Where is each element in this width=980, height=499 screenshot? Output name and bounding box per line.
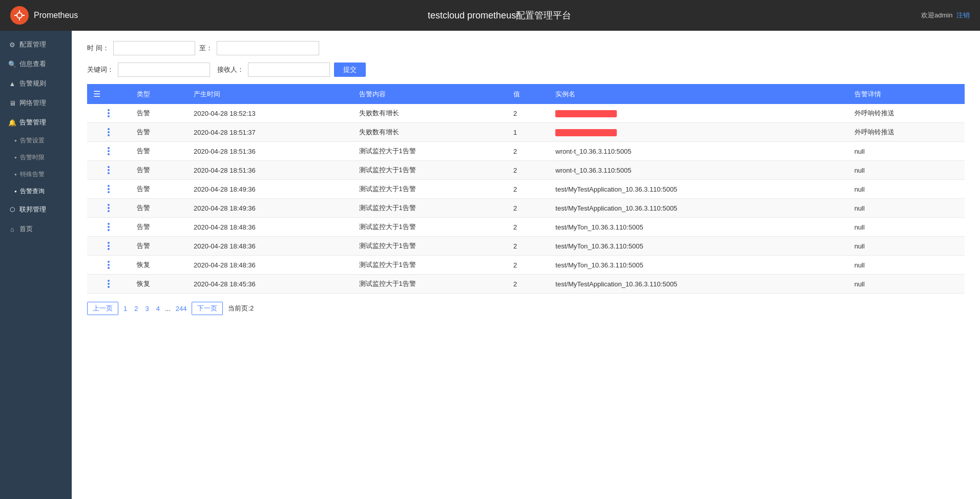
sidebar-item-home[interactable]: ⌂ 首页	[0, 219, 72, 239]
row-type: 告警	[131, 142, 187, 161]
row-value: 2	[507, 161, 549, 180]
dots-menu-button[interactable]	[93, 280, 124, 288]
next-page-button[interactable]: 下一页	[192, 302, 223, 315]
sidebar-item-config[interactable]: ⚙ 配置管理	[0, 35, 72, 54]
row-instance: test/MyTon_10.36.3.110:5005	[549, 218, 848, 237]
sidebar-item-alert-rules[interactable]: ▲ 告警规则	[0, 74, 72, 93]
sidebar-item-alert-settings[interactable]: ● 告警设置	[0, 132, 72, 149]
dots-menu-button[interactable]	[93, 147, 124, 155]
last-page-button[interactable]: 244	[174, 304, 189, 314]
dot-icon3: ●	[14, 172, 17, 177]
row-detail: 外呼响铃推送	[848, 123, 965, 142]
submit-button[interactable]: 提交	[334, 63, 366, 77]
row-detail: null	[848, 199, 965, 218]
prev-page-button[interactable]: 上一页	[87, 302, 118, 315]
table-row: 告警2020-04-28 18:51:37失败数有增长1REDACTED_2外呼…	[87, 123, 965, 142]
page-2-button[interactable]: 2	[132, 304, 140, 314]
user-info: 欢迎admin 注销	[921, 11, 970, 20]
sidebar-label-info: 信息查看	[19, 59, 46, 69]
row-actions[interactable]	[87, 123, 131, 142]
page-1-button[interactable]: 1	[121, 304, 129, 314]
row-instance: REDACTED_1	[549, 104, 848, 123]
table-row: 告警2020-04-28 18:48:36测试监控大于1告警2test/MyTo…	[87, 218, 965, 237]
row-type: 告警	[131, 180, 187, 199]
time-end-input[interactable]	[217, 41, 319, 55]
dots-menu-button[interactable]	[93, 185, 124, 193]
main-layout: ⚙ 配置管理 🔍 信息查看 ▲ 告警规则 🖥 网络管理 🔔 告警管理 ● 告警设…	[0, 31, 980, 499]
sidebar-label-config: 配置管理	[19, 40, 46, 49]
table-row: 恢复2020-04-28 18:45:36测试监控大于1告警2test/MyTe…	[87, 275, 965, 294]
sidebar-item-alert-threshold[interactable]: ● 告警时限	[0, 149, 72, 166]
row-instance: test/MyTestApplication_10.36.3.110:5005	[549, 275, 848, 294]
row-instance: wront-t_10.36.3.110:5005	[549, 142, 848, 161]
row-time: 2020-04-28 18:48:36	[187, 218, 352, 237]
sidebar-item-special-alert[interactable]: ● 特殊告警	[0, 166, 72, 183]
row-actions[interactable]	[87, 218, 131, 237]
row-type: 告警	[131, 199, 187, 218]
sidebar-label-special-alert: 特殊告警	[20, 170, 45, 179]
dots-menu-button[interactable]	[93, 166, 124, 174]
col-actions: ☰	[87, 84, 131, 104]
row-time: 2020-04-28 18:52:13	[187, 104, 352, 123]
time-start-input[interactable]	[113, 41, 195, 55]
menu-icon: ☰	[93, 90, 100, 98]
row-value: 2	[507, 275, 549, 294]
row-actions[interactable]	[87, 180, 131, 199]
dots-menu-button[interactable]	[93, 261, 124, 269]
row-detail: null	[848, 256, 965, 275]
row-instance: wront-t_10.36.3.110:5005	[549, 161, 848, 180]
row-detail: null	[848, 237, 965, 256]
row-type: 恢复	[131, 275, 187, 294]
row-content: 测试监控大于1告警	[353, 180, 507, 199]
logout-link[interactable]: 注销	[956, 11, 970, 19]
col-time: 产生时间	[187, 84, 352, 104]
dots-menu-button[interactable]	[93, 204, 124, 212]
table-row: 告警2020-04-28 18:51:36测试监控大于1告警2wront-t_1…	[87, 142, 965, 161]
row-actions[interactable]	[87, 275, 131, 294]
row-actions[interactable]	[87, 104, 131, 123]
home-icon: ⌂	[8, 225, 16, 233]
keyword-input[interactable]	[118, 63, 210, 77]
row-value: 2	[507, 237, 549, 256]
dots-menu-button[interactable]	[93, 242, 124, 250]
row-detail: null	[848, 218, 965, 237]
row-value: 2	[507, 180, 549, 199]
row-detail: null	[848, 142, 965, 161]
content-area: 时 间： 至： 关键词： 接收人： 提交 ☰ 类型 产生时间 告警内容	[72, 31, 980, 499]
brand-name: Prometheus	[34, 11, 78, 20]
sidebar-item-alert-query[interactable]: ● 告警查询	[0, 183, 72, 200]
col-type: 类型	[131, 84, 187, 104]
row-actions[interactable]	[87, 199, 131, 218]
col-instance: 实例名	[549, 84, 848, 104]
row-actions[interactable]	[87, 161, 131, 180]
sidebar-item-network[interactable]: 🖥 网络管理	[0, 93, 72, 113]
sidebar-section-alert-manage[interactable]: 🔔 告警管理	[0, 113, 72, 132]
row-actions[interactable]	[87, 142, 131, 161]
sidebar-item-info[interactable]: 🔍 信息查看	[0, 54, 72, 74]
page-3-button[interactable]: 3	[143, 304, 151, 314]
dots-menu-button[interactable]	[93, 128, 124, 136]
page-4-button[interactable]: 4	[154, 304, 162, 314]
sidebar-item-federation[interactable]: ⬡ 联邦管理	[0, 200, 72, 219]
table-header: ☰ 类型 产生时间 告警内容 值 实例名 告警详情	[87, 84, 965, 104]
sidebar-label-alert-query: 告警查询	[20, 187, 45, 196]
dots-menu-button[interactable]	[93, 109, 124, 117]
bell-icon: 🔔	[8, 119, 16, 127]
row-actions[interactable]	[87, 237, 131, 256]
sidebar-label-alert-manage: 告警管理	[19, 118, 46, 127]
table-row: 告警2020-04-28 18:49:36测试监控大于1告警2test/MyTe…	[87, 199, 965, 218]
row-type: 恢复	[131, 256, 187, 275]
row-type: 告警	[131, 218, 187, 237]
dots-menu-button[interactable]	[93, 223, 124, 231]
redacted-instance: REDACTED_2	[555, 129, 617, 136]
logo-icon	[10, 6, 29, 25]
platform-title: testcloud prometheus配置管理平台	[428, 10, 571, 20]
page-ellipsis: ...	[165, 305, 171, 313]
row-value: 2	[507, 104, 549, 123]
header: Prometheus testcloud prometheus配置管理平台 欢迎…	[0, 0, 980, 31]
recipient-input[interactable]	[248, 63, 330, 77]
row-value: 2	[507, 256, 549, 275]
row-actions[interactable]	[87, 256, 131, 275]
row-time: 2020-04-28 18:49:36	[187, 180, 352, 199]
sidebar-label-federation: 联邦管理	[19, 205, 46, 214]
